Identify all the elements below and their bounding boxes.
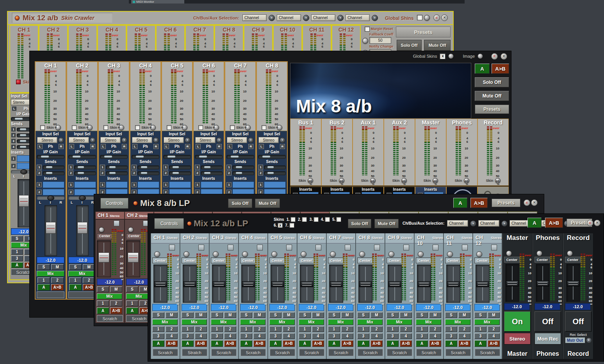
close-icon[interactable]: ✕ [501,53,507,60]
channel-select[interactable]: Channel [242,14,267,21]
mute-button[interactable]: M [166,312,178,318]
send-1-button[interactable]: 1 [226,165,232,170]
send-2-button[interactable]: 2 [37,170,42,176]
bus-1-button[interactable]: 1 [126,300,138,306]
ip-gain-slider[interactable] [163,155,191,159]
bus-3-button[interactable]: 3 [269,333,282,339]
skin-checkbox[interactable] [314,217,319,222]
mode-button[interactable]: Stereo [504,333,531,344]
phase-label[interactable]: Ph [24,107,29,111]
close-icon[interactable]: ✕ [441,14,448,21]
strip-option-button[interactable] [228,245,233,250]
skin-checkbox[interactable] [289,223,294,228]
bus-4-button[interactable]: 4 [400,333,412,339]
volume-fader[interactable] [358,265,372,303]
chevron-down-icon[interactable]: ▼ [90,137,96,143]
skin-checkbox[interactable] [262,125,266,130]
mix-button[interactable]: Mix [445,319,470,325]
bus-4-button[interactable]: 4 [166,333,178,339]
mix-a-button[interactable]: A [527,218,542,228]
mix-button[interactable]: Mix [182,319,207,325]
insert-1-slot[interactable] [74,181,96,188]
ip-gain-slider[interactable] [226,155,254,159]
mix-a-button[interactable]: A [445,340,457,347]
bus-2-button[interactable]: 2 [166,326,178,332]
volume-fader[interactable] [183,265,197,303]
chevron-down-icon[interactable]: ▼ [337,15,344,21]
bus-1-button[interactable]: 1 [69,277,82,283]
chevron-down-icon[interactable]: ▼ [280,137,285,143]
mute-off-button[interactable]: Mute Off [374,219,399,228]
scratch-pad[interactable]: Scratch [153,349,178,356]
copy-a-to-b-button[interactable]: A>B [283,340,295,347]
mute-off-button[interactable]: Mute Off [475,91,509,101]
phase-label[interactable]: Ph [175,144,180,149]
mix-a-button[interactable]: A [453,198,467,208]
pan-center-button[interactable]: Center [211,257,226,263]
bus-2-button[interactable]: 2 [429,326,441,332]
strip-option-button[interactable] [198,245,204,250]
right-button[interactable]: R [280,144,285,149]
bus-4-button[interactable]: 4 [458,333,470,339]
mute-button[interactable]: M [312,312,324,318]
phase-label[interactable]: Ph [238,144,243,149]
chevron-down-icon[interactable]: ▼ [121,137,127,143]
send-1-button[interactable]: 1 [100,165,105,170]
send-2-button[interactable]: 2 [226,170,232,176]
solo-button[interactable]: S [37,264,50,270]
bus-2-button[interactable]: 2 [371,326,383,332]
skin-checkbox[interactable] [198,125,203,130]
mix-a-button[interactable]: A [328,340,340,347]
scratch-pad[interactable] [68,291,96,298]
phase-label[interactable]: Ph [48,144,53,149]
send-2-button[interactable]: 2 [11,133,16,138]
send-1-slider[interactable] [169,165,191,169]
bus-1-button[interactable]: 1 [240,326,252,332]
insert-1-button[interactable]: 1 [163,182,168,187]
channel-select[interactable]: Channel [346,14,370,21]
phase-label[interactable]: Ph [143,144,148,149]
input-select[interactable]: Stereo [227,137,247,143]
solo-button[interactable]: S [11,236,23,241]
send-4-button[interactable]: 4 [11,144,16,149]
bus-1-button[interactable]: 1 [357,326,369,332]
solo-off-button[interactable]: Solo Off [348,219,371,228]
mute-button[interactable]: M [253,312,265,318]
copy-a-to-b-button[interactable]: A>B [470,198,488,208]
scratch-pad[interactable]: Scratch [328,349,354,356]
send-2-slider[interactable] [106,171,128,175]
volume-fader[interactable] [212,265,226,303]
mix-a-button[interactable]: A [37,284,50,291]
send-2-slider[interactable] [264,171,286,175]
pan-knob[interactable] [242,251,248,257]
bus-3-button[interactable]: 3 [299,333,311,339]
mix-a-button[interactable]: A [475,64,490,74]
bus-1-button[interactable]: 1 [152,326,164,332]
insert-1-button[interactable]: 1 [37,182,42,187]
skin-checkbox[interactable] [325,217,330,222]
power-button[interactable]: On [504,311,531,332]
bus-3-button[interactable]: 3 [328,333,340,339]
send-1-slider[interactable] [106,165,128,169]
mix-a-button[interactable]: A [240,340,252,347]
insert-2-button[interactable]: 2 [11,163,16,169]
scratch-pad[interactable]: Scratch [211,349,237,356]
bus-3-button[interactable]: 3 [152,333,164,339]
volume-fader[interactable] [45,205,57,256]
solo-button[interactable]: S [416,312,428,318]
scratch-pad[interactable] [37,291,64,298]
volume-fader[interactable] [446,265,460,303]
bus-3-button[interactable]: 3 [211,333,223,339]
pan-center-button[interactable]: Center [565,257,581,263]
mix-button[interactable]: Mix [211,319,236,325]
scratch-pad[interactable]: Scratch [387,349,412,356]
pan-center-button[interactable]: Center [269,257,285,263]
scratch-pad[interactable]: Scratch [475,349,500,356]
mix-a-button[interactable]: A [11,262,23,268]
send-1-button[interactable]: 1 [68,165,73,170]
mix-a-button[interactable]: A [211,340,223,347]
insert-1-button[interactable]: 1 [68,182,73,187]
mix-a-button[interactable]: A [69,284,82,291]
copy-a-to-b-button[interactable]: A>B [545,218,563,228]
volume-fader[interactable] [153,265,167,303]
